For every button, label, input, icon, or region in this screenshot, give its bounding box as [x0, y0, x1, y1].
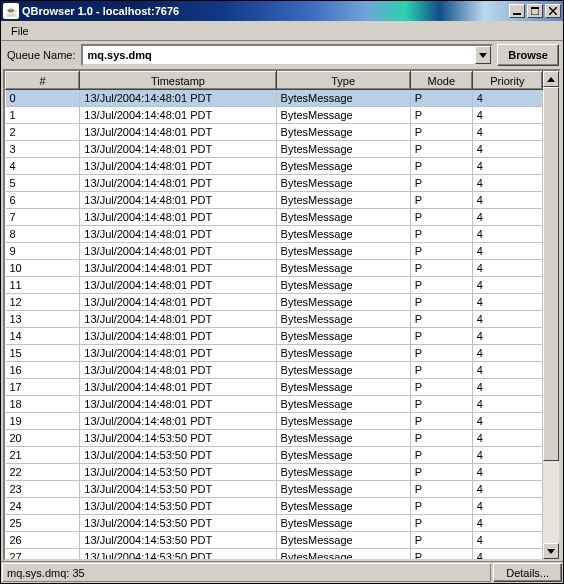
table-row[interactable]: 2213/Jul/2004:14:53:50 PDTBytesMessageP4 [6, 464, 543, 481]
table-cell[interactable]: BytesMessage [276, 362, 410, 379]
table-cell[interactable]: 13/Jul/2004:14:53:50 PDT [80, 549, 276, 560]
table-cell[interactable]: BytesMessage [276, 277, 410, 294]
table-cell[interactable]: 13/Jul/2004:14:48:01 PDT [80, 107, 276, 124]
table-cell[interactable]: 4 [472, 243, 542, 260]
table-cell[interactable]: 13/Jul/2004:14:48:01 PDT [80, 413, 276, 430]
table-cell[interactable]: P [410, 243, 472, 260]
table-cell[interactable]: P [410, 430, 472, 447]
table-cell[interactable]: 12 [6, 294, 80, 311]
table-row[interactable]: 1913/Jul/2004:14:48:01 PDTBytesMessageP4 [6, 413, 543, 430]
table-cell[interactable]: BytesMessage [276, 124, 410, 141]
table-cell[interactable]: 4 [472, 294, 542, 311]
table-cell[interactable]: P [410, 277, 472, 294]
table-cell[interactable]: 4 [472, 464, 542, 481]
table-cell[interactable]: 4 [472, 413, 542, 430]
table-cell[interactable]: 7 [6, 209, 80, 226]
queue-name-value[interactable]: mq.sys.dmq [83, 49, 475, 61]
table-cell[interactable]: 24 [6, 498, 80, 515]
table-cell[interactable]: P [410, 124, 472, 141]
table-cell[interactable]: P [410, 447, 472, 464]
table-cell[interactable]: BytesMessage [276, 532, 410, 549]
table-cell[interactable]: P [410, 345, 472, 362]
table-cell[interactable]: P [410, 362, 472, 379]
table-cell[interactable]: BytesMessage [276, 107, 410, 124]
table-header-row[interactable]: #TimestampTypeModePriority [6, 72, 543, 90]
table-cell[interactable]: BytesMessage [276, 430, 410, 447]
table-cell[interactable]: 13/Jul/2004:14:48:01 PDT [80, 294, 276, 311]
table-cell[interactable]: 14 [6, 328, 80, 345]
titlebar[interactable]: ☕ QBrowser 1.0 - localhost:7676 [1, 1, 563, 21]
table-cell[interactable]: 4 [472, 328, 542, 345]
table-cell[interactable]: 21 [6, 447, 80, 464]
table-cell[interactable]: 1 [6, 107, 80, 124]
table-cell[interactable]: 15 [6, 345, 80, 362]
table-cell[interactable]: P [410, 498, 472, 515]
table-row[interactable]: 1413/Jul/2004:14:48:01 PDTBytesMessageP4 [6, 328, 543, 345]
table-row[interactable]: 313/Jul/2004:14:48:01 PDTBytesMessageP4 [6, 141, 543, 158]
table-cell[interactable]: 4 [472, 90, 542, 107]
table-cell[interactable]: 4 [472, 481, 542, 498]
table-cell[interactable]: BytesMessage [276, 192, 410, 209]
table-cell[interactable]: BytesMessage [276, 413, 410, 430]
table-cell[interactable]: 4 [472, 549, 542, 560]
table-row[interactable]: 2513/Jul/2004:14:53:50 PDTBytesMessageP4 [6, 515, 543, 532]
table-cell[interactable]: P [410, 90, 472, 107]
scroll-up-button[interactable] [543, 71, 559, 87]
table-row[interactable]: 2113/Jul/2004:14:53:50 PDTBytesMessageP4 [6, 447, 543, 464]
minimize-button[interactable] [509, 4, 525, 18]
message-table[interactable]: #TimestampTypeModePriority 013/Jul/2004:… [5, 71, 543, 559]
table-cell[interactable]: BytesMessage [276, 379, 410, 396]
table-cell[interactable]: 4 [6, 158, 80, 175]
table-row[interactable]: 113/Jul/2004:14:48:01 PDTBytesMessageP4 [6, 107, 543, 124]
browse-button[interactable]: Browse [497, 44, 559, 66]
table-cell[interactable]: 13/Jul/2004:14:48:01 PDT [80, 311, 276, 328]
table-cell[interactable]: 4 [472, 362, 542, 379]
table-cell[interactable]: 13/Jul/2004:14:53:50 PDT [80, 430, 276, 447]
table-cell[interactable]: 13/Jul/2004:14:53:50 PDT [80, 532, 276, 549]
table-cell[interactable]: BytesMessage [276, 209, 410, 226]
table-cell[interactable]: 4 [472, 498, 542, 515]
table-cell[interactable]: 13/Jul/2004:14:48:01 PDT [80, 192, 276, 209]
table-cell[interactable]: 0 [6, 90, 80, 107]
vertical-scrollbar[interactable] [543, 71, 559, 559]
table-cell[interactable]: 26 [6, 532, 80, 549]
table-row[interactable]: 2013/Jul/2004:14:53:50 PDTBytesMessageP4 [6, 430, 543, 447]
table-cell[interactable]: 4 [472, 447, 542, 464]
table-cell[interactable]: P [410, 549, 472, 560]
table-cell[interactable]: P [410, 464, 472, 481]
table-cell[interactable]: P [410, 158, 472, 175]
table-cell[interactable]: 13/Jul/2004:14:53:50 PDT [80, 447, 276, 464]
table-cell[interactable]: BytesMessage [276, 141, 410, 158]
table-cell[interactable]: 4 [472, 345, 542, 362]
table-cell[interactable]: BytesMessage [276, 345, 410, 362]
table-cell[interactable]: P [410, 226, 472, 243]
table-cell[interactable]: 13/Jul/2004:14:48:01 PDT [80, 226, 276, 243]
table-cell[interactable]: BytesMessage [276, 311, 410, 328]
table-cell[interactable]: 13/Jul/2004:14:48:01 PDT [80, 124, 276, 141]
table-cell[interactable]: 13/Jul/2004:14:48:01 PDT [80, 379, 276, 396]
maximize-button[interactable] [527, 4, 543, 18]
table-cell[interactable]: 4 [472, 515, 542, 532]
table-cell[interactable]: P [410, 311, 472, 328]
close-button[interactable] [545, 4, 561, 18]
table-cell[interactable]: 22 [6, 464, 80, 481]
table-cell[interactable]: BytesMessage [276, 549, 410, 560]
table-cell[interactable]: BytesMessage [276, 464, 410, 481]
table-cell[interactable]: 2 [6, 124, 80, 141]
table-cell[interactable]: P [410, 396, 472, 413]
table-cell[interactable]: P [410, 141, 472, 158]
column-header[interactable]: Type [276, 72, 410, 90]
table-cell[interactable]: 4 [472, 532, 542, 549]
table-row[interactable]: 2613/Jul/2004:14:53:50 PDTBytesMessageP4 [6, 532, 543, 549]
table-cell[interactable]: P [410, 328, 472, 345]
table-row[interactable]: 413/Jul/2004:14:48:01 PDTBytesMessageP4 [6, 158, 543, 175]
table-cell[interactable]: BytesMessage [276, 447, 410, 464]
table-cell[interactable]: P [410, 532, 472, 549]
table-row[interactable]: 1713/Jul/2004:14:48:01 PDTBytesMessageP4 [6, 379, 543, 396]
table-cell[interactable]: 13/Jul/2004:14:48:01 PDT [80, 141, 276, 158]
column-header[interactable]: Mode [410, 72, 472, 90]
table-cell[interactable]: 10 [6, 260, 80, 277]
table-cell[interactable]: 4 [472, 141, 542, 158]
table-cell[interactable]: 18 [6, 396, 80, 413]
table-cell[interactable]: 25 [6, 515, 80, 532]
